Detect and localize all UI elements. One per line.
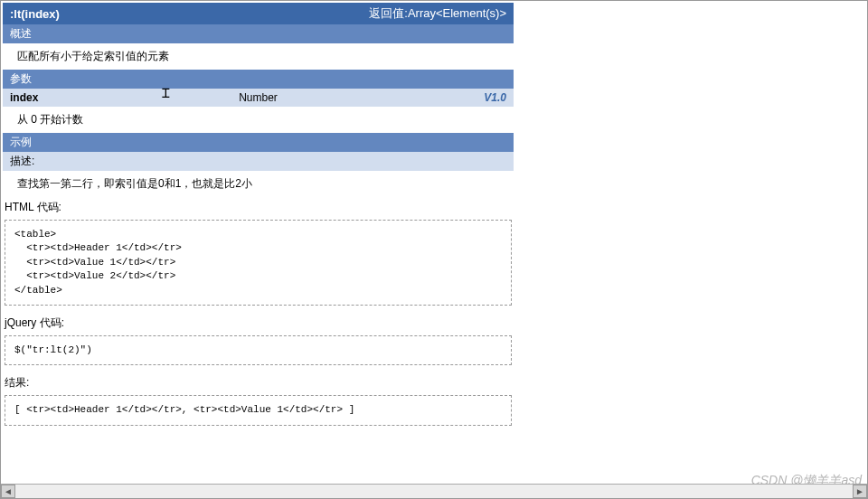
scroll-right-button[interactable]: ►: [853, 485, 867, 498]
param-desc: 从 0 开始计数: [3, 107, 514, 133]
section-example: 示例: [3, 133, 514, 152]
example-desc-text: 查找第一第二行，即索引值是0和1，也就是比2小: [3, 171, 514, 197]
html-code-block: <table> <tr><td>Header 1</td></tr> <tr><…: [5, 220, 512, 306]
section-overview: 概述: [3, 24, 514, 43]
param-version: V1.0: [343, 91, 506, 104]
jquery-code-label: jQuery 代码:: [3, 313, 514, 334]
scroll-track[interactable]: [15, 485, 853, 498]
html-code-label: HTML 代码:: [3, 197, 514, 218]
param-row: index Number V1.0: [3, 89, 514, 107]
horizontal-scrollbar[interactable]: ◄ ►: [1, 484, 867, 498]
scroll-left-button[interactable]: ◄: [1, 485, 15, 498]
jquery-code-block: $("tr:lt(2)"): [5, 335, 512, 365]
api-doc-panel: :lt(index) 返回值:Array<Element(s)> 概述 匹配所有…: [3, 3, 514, 426]
section-params: 参数: [3, 70, 514, 89]
overview-text: 匹配所有小于给定索引值的元素: [3, 43, 514, 70]
param-name: index: [10, 91, 174, 104]
return-value: 返回值:Array<Element(s)>: [369, 5, 506, 22]
title-bar: :lt(index) 返回值:Array<Element(s)>: [3, 3, 514, 24]
result-code-block: [ <tr><td>Header 1</td></tr>, <tr><td>Va…: [5, 395, 512, 425]
example-desc-label: 描述:: [3, 152, 514, 171]
api-name: :lt(index): [10, 7, 60, 21]
param-type: Number: [176, 91, 340, 104]
result-label: 结果:: [3, 372, 514, 393]
